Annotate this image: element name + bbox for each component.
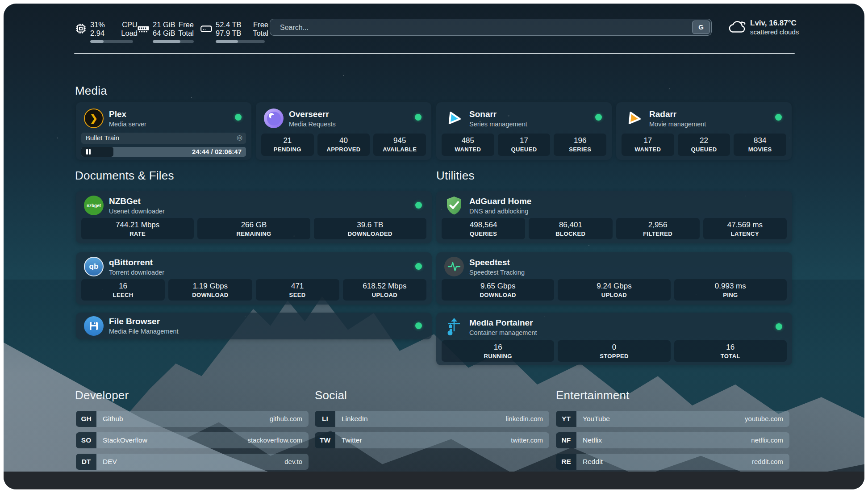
stat-label: DOWNLOADED [314,230,426,237]
section-heading-developer: Developer [75,389,129,402]
stat-tile: 16LEECH [81,279,165,301]
app-card-adguard[interactable]: AdGuard Home DNS and adblocking 498,564Q… [436,191,792,243]
stat-value: 16 [442,343,554,352]
stat-value: 471 [256,282,339,291]
disk-total: 97.9 TB [216,29,247,38]
app-title: File Browser [109,317,160,326]
bookmark-github[interactable]: GH Github github.com [76,411,309,427]
app-card-plex[interactable]: ❯ Plex Media server Bullet Train ◎ 24:44… [76,102,251,160]
stat-label: LEECH [81,292,165,298]
bookmark-url: twitter.com [511,432,543,448]
search-engine-button[interactable]: G [692,21,710,34]
app-subtitle: Movie management [649,121,706,128]
adguard-icon [444,196,464,215]
bookmark-abbr: NF [556,432,576,448]
app-card-speedtest[interactable]: Speedtest Speedtest Tracking 9.65 GbpsDO… [436,252,792,305]
disk-progress-fill [216,40,238,43]
stat-label: PING [674,292,787,298]
app-card-portainer[interactable]: Media Portainer Container management 16R… [436,313,792,365]
app-subtitle: Media Requests [289,121,336,128]
bookmark-name: Netflix [583,432,602,448]
stat-tile: 22QUEUED [678,134,730,156]
app-title: Overseerr [289,109,329,119]
app-card-radarr[interactable]: Radarr Movie management 17WANTED 22QUEUE… [616,102,792,160]
cpu-load-label: Load [115,29,138,38]
bookmark-dev[interactable]: DT DEV dev.to [76,454,309,470]
stat-value: 21 [261,136,314,145]
stat-label: DOWNLOAD [442,292,554,298]
bookmark-abbr: LI [315,411,335,427]
stat-label: SERIES [554,146,606,153]
bookmark-netflix[interactable]: NF Netflix netflix.com [556,432,789,448]
search-input[interactable] [279,19,665,36]
search-bar: G [270,19,712,36]
qbittorrent-glyph: qb [89,262,99,271]
stat-value: 744.21 Mbps [81,221,194,230]
status-dot-online [235,114,242,121]
bookmark-abbr: TW [315,432,335,448]
bookmark-youtube[interactable]: YT YouTube youtube.com [556,411,789,427]
stat-value: 0.993 ms [674,282,787,291]
bookmark-url: reddit.com [752,454,783,470]
pause-icon[interactable] [85,149,92,155]
bookmark-twitter[interactable]: TW Twitter twitter.com [315,432,549,448]
filebrowser-icon [84,316,104,336]
stat-label: QUEUED [498,146,551,153]
bookmark-name: Twitter [342,432,362,448]
app-card-filebrowser[interactable]: File Browser Media File Management [76,313,432,339]
bookmark-stackoverflow[interactable]: SO StackOverflow stackoverflow.com [76,432,309,448]
cpu-label: CPU [115,21,138,29]
stat-value: 618.52 Mbps [343,282,426,291]
app-subtitle: Usenet downloader [109,208,165,215]
bookmark-linkedin[interactable]: LI LinkedIn linkedin.com [315,411,549,427]
stat-tile: 471SEED [256,279,339,301]
bookmark-reddit[interactable]: RE Reddit reddit.com [556,454,789,470]
playback-progress-bar[interactable]: 24:44 / 02:06:47 [81,147,246,157]
stat-value: 9.24 Gbps [558,282,670,291]
section-heading-entertainment: Entertainment [556,389,629,402]
stat-value: 0 [558,343,670,352]
app-subtitle: Media File Management [109,328,179,335]
stat-tile: 485WANTED [442,134,494,156]
app-title: Media Portainer [469,318,533,328]
status-dot-online [775,114,782,121]
stat-label: STOPPED [558,353,670,359]
stat-label: DOWNLOAD [168,292,252,298]
bookmark-abbr: SO [76,432,96,448]
stat-value: 9.65 Gbps [442,282,554,291]
cpu-percent: 31% [90,21,117,29]
disk-free: 52.4 TB [216,21,247,29]
disk-total-label: Total [246,29,268,38]
stat-tile: 945AVAILABLE [373,134,426,156]
now-playing-ring-icon: ◎ [237,134,242,142]
app-title: Speedtest [469,258,510,267]
section-heading-social: Social [315,389,347,402]
app-title: qBittorrent [109,258,153,267]
bookmark-abbr: YT [556,411,576,427]
app-card-qbittorrent[interactable]: qb qBittorrent Torrent downloader 16LEEC… [76,252,432,305]
memory-total-label: Total [171,29,194,38]
stat-label: RUNNING [442,353,554,359]
app-subtitle: DNS and adblocking [469,208,528,215]
app-title: Plex [109,109,126,119]
snow-specks [4,4,4,4]
stat-tile: 0.993 msPING [674,279,787,301]
portainer-icon [444,317,464,337]
weather-condition: scattered clouds [750,28,799,36]
app-card-nzbget[interactable]: nzbget NZBGet Usenet downloader 744.21 M… [76,191,432,243]
stat-tile: 834MOVIES [734,134,786,156]
section-heading-documents: Documents & Files [75,169,174,183]
nzbget-wordmark: nzbget [87,203,101,208]
section-heading-media: Media [75,84,107,98]
stat-label: RATE [81,230,194,237]
stat-value: 22 [678,136,730,145]
qbittorrent-icon: qb [84,257,104,276]
stat-value: 17 [622,136,674,145]
stat-label: TOTAL [674,353,787,359]
bookmark-url: netflix.com [751,432,783,448]
app-card-sonarr[interactable]: Sonarr Series management 485WANTED 17QUE… [436,102,612,160]
stat-tile: 266 GBREMAINING [197,218,310,239]
stat-tile: 16TOTAL [674,340,787,362]
stat-label: SEED [256,292,339,298]
app-card-overseerr[interactable]: Overseerr Media Requests 21PENDING 40APP… [256,102,431,160]
